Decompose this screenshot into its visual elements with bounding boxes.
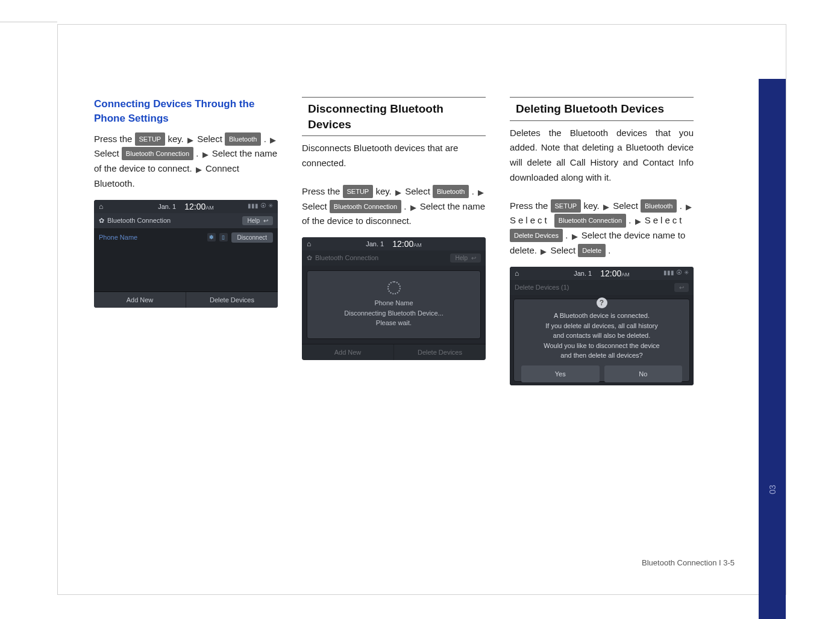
heading-connecting: Connecting Devices Through the Phone Set… [94,97,278,126]
bluetooth-icon: ✽ [207,233,216,241]
shot-date: Jan. 1 [574,270,592,277]
modal-msg: and then delete all devices? [560,350,642,361]
heading-box-delete: Deleting Bluetooth Devices [510,97,694,121]
modal-phone-name: Phone Name [374,298,413,308]
text: . [628,215,633,225]
gear-icon: ✿ [307,254,312,261]
column-3: Deleting Bluetooth Devices Deletes the B… [510,97,694,385]
arrow-icon: ▶ [572,230,578,243]
back-icon: ↩ [471,255,476,261]
modal-wait: Please wait. [376,318,412,328]
modal-msg: Would you like to disconnect the device [544,341,659,351]
text: . [565,230,570,240]
bluetooth-label: Bluetooth [433,185,469,198]
yes-button[interactable]: Yes [521,365,600,383]
disconnect-button[interactable]: Disconnect [231,232,273,243]
intro-deleting: Deletes the Bluetooth devices that you a… [510,126,694,185]
text: . [608,245,610,255]
delete-devices-label: Delete Devices [510,229,563,242]
shot-date: Jan. 1 [366,240,384,247]
setup-key-label: SETUP [343,185,374,198]
text: key. [375,186,394,196]
home-icon: ⌂ [515,269,519,278]
column-2: Disconnecting Bluetooth Devices Disconne… [302,97,486,385]
shot-ampm: AM [413,242,422,248]
text: Select [550,245,578,255]
delete-devices-button[interactable]: Delete Devices [186,292,278,308]
content-columns: Connecting Devices Through the Phone Set… [94,97,739,385]
steps-disconnecting: Press the SETUP key. ▶ Select Bluetooth … [302,184,486,229]
gear-icon: ✿ [99,217,104,224]
delete-devices-button: Delete Devices [393,344,486,360]
shot-title: Bluetooth Connection [315,254,378,261]
heading-disconnecting: Disconnecting Bluetooth Devices [308,101,486,132]
shot-header: ✿Bluetooth Connection Help ↩ [94,213,278,228]
text: Select [613,201,641,211]
add-new-button[interactable]: Add New [94,292,186,308]
no-button[interactable]: No [604,365,683,383]
chapter-tab: 03 [759,79,786,619]
arrow-icon: ▶ [202,148,208,161]
shot-header: Delete Devices (1) ↩ [510,280,694,295]
shot-time: 12:00 [392,239,413,249]
shot-ampm: AM [205,205,214,211]
signal-icons: ▮▮▮ ⦿ ✳ [248,202,273,209]
text: key. [583,201,602,211]
device-row[interactable]: Phone Name ✽ ▯ Disconnect [94,228,278,247]
screenshot-delete: ⌂ Jan. 1 12:00AM ▮▮▮ ⦿ ✳ Delete Devices … [510,267,694,385]
text: Press the [94,134,135,144]
crop-mark [0,22,57,22]
shot-ampm: AM [621,272,630,278]
text: Select [94,148,122,158]
arrow-icon: ▶ [196,163,202,176]
arrow-icon: ▶ [410,201,416,214]
help-label: Help [247,217,260,224]
modal-status: Disconnecting Bluetooth Device... [344,308,443,319]
add-new-button: Add New [302,344,393,360]
modal-msg: and contacts will also be deleted. [553,331,650,341]
question-icon: ? [597,297,607,308]
signal-icons: ▮▮▮ ⦿ ✳ [663,269,689,276]
shot-empty [94,247,278,291]
phone-name-label: Phone Name [99,234,137,241]
screenshot-connect: ⌂ Jan. 1 12:00AM ▮▮▮ ⦿ ✳ ✿Bluetooth Conn… [94,200,278,308]
text: Press the [510,201,551,211]
text: Select [197,134,225,144]
help-button[interactable]: Help ↩ [242,216,273,225]
help-label: Help [455,255,468,261]
text: Select [645,215,685,225]
shot-date: Jan. 1 [158,203,176,210]
text: Select [302,201,330,211]
steps-connecting: Press the SETUP key. ▶ Select Bluetooth … [94,132,278,191]
column-1: Connecting Devices Through the Phone Set… [94,97,278,385]
shot-statusbar: ⌂ Jan. 1 12:00AM [302,237,486,250]
modal-msg: If you delete all devices, all call hist… [545,321,657,331]
back-icon: ↩ [263,217,268,224]
arrow-icon: ▶ [541,245,547,258]
heading-deleting: Deleting Bluetooth Devices [516,101,694,117]
page: 03 Connecting Devices Through the Phone … [57,24,786,595]
spinner-icon [387,281,401,294]
delete-confirm-modal: ? A Bluetooth device is connected. If yo… [510,295,694,385]
text: . [680,201,685,211]
text: key. [168,134,186,144]
screenshot-disconnect: ⌂ Jan. 1 12:00AM ✿Bluetooth Connection H… [302,237,486,360]
text: . [404,201,409,211]
intro-disconnecting: Disconnects Bluetooth devices that are c… [302,141,486,171]
arrow-icon: ▶ [187,134,193,146]
arrow-icon: ▶ [686,201,692,213]
heading-box-disconnect: Disconnecting Bluetooth Devices [302,97,486,136]
text: Select [405,186,433,196]
arrow-icon: ▶ [603,201,609,213]
bluetooth-connection-label: Bluetooth Connection [554,214,626,227]
modal-msg: A Bluetooth device is connected. [554,311,650,321]
shot-title: Delete Devices (1) [515,284,569,291]
steps-deleting: Press the SETUP key. ▶ Select Bluetooth … [510,199,694,258]
text: . [472,186,477,196]
bluetooth-connection-label: Bluetooth Connection [330,200,401,213]
page-footer: Bluetooth Connection I 3-5 [642,558,735,567]
home-icon: ⌂ [99,202,103,211]
shot-footer: Add New Delete Devices [94,291,278,308]
text: . [264,134,269,144]
bluetooth-connection-label: Bluetooth Connection [122,147,193,160]
